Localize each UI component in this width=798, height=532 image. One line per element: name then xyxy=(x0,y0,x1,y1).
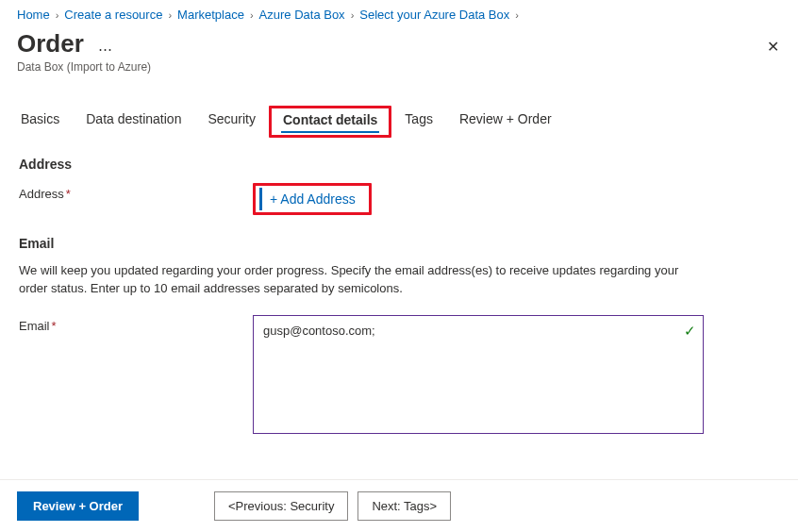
add-address-highlight: + Add Address xyxy=(253,183,372,215)
next-button[interactable]: Next: Tags> xyxy=(357,491,451,521)
breadcrumb-select-data-box[interactable]: Select your Azure Data Box xyxy=(359,8,509,22)
tab-data-destination[interactable]: Data destination xyxy=(73,106,194,138)
email-input[interactable] xyxy=(253,315,704,434)
required-asterisk: * xyxy=(52,319,57,333)
breadcrumb-home[interactable]: Home xyxy=(17,8,50,22)
tab-review-order[interactable]: Review + Order xyxy=(446,106,565,138)
address-field-row: Address* + Add Address xyxy=(19,183,779,215)
email-label-text: Email xyxy=(19,319,50,333)
add-address-button[interactable]: + Add Address xyxy=(259,188,365,210)
tab-tags[interactable]: Tags xyxy=(391,106,446,138)
address-label-text: Address xyxy=(19,187,64,201)
email-field-row: Email* ✓ xyxy=(19,315,779,437)
chevron-right-icon: › xyxy=(56,9,59,21)
page-subtitle: Data Box (Import to Azure) xyxy=(17,60,781,74)
email-description: We will keep you updated regarding your … xyxy=(19,262,698,298)
tab-basics[interactable]: Basics xyxy=(17,106,73,138)
tab-contact-details[interactable]: Contact details xyxy=(269,106,391,138)
email-input-wrap: ✓ xyxy=(253,315,704,437)
page-title: Order xyxy=(17,29,84,58)
checkmark-icon: ✓ xyxy=(684,323,696,340)
more-actions-icon[interactable]: ⋯ xyxy=(98,41,112,58)
required-asterisk: * xyxy=(66,187,71,201)
content-pane: Address Address* + Add Address Email We … xyxy=(0,138,798,437)
chevron-right-icon: › xyxy=(351,9,355,21)
email-section-title: Email xyxy=(19,236,779,251)
chevron-right-icon: › xyxy=(250,9,254,21)
breadcrumb-create-resource[interactable]: Create a resource xyxy=(64,8,162,22)
address-field-label: Address* xyxy=(19,183,253,201)
breadcrumb-azure-data-box[interactable]: Azure Data Box xyxy=(259,8,345,22)
footer-bar: Review + Order <Previous: Security Next:… xyxy=(0,479,798,532)
breadcrumb: Home › Create a resource › Marketplace ›… xyxy=(0,0,798,25)
close-icon[interactable]: ✕ xyxy=(767,38,779,56)
tab-security[interactable]: Security xyxy=(194,106,269,138)
chevron-right-icon: › xyxy=(515,9,519,21)
address-section-title: Address xyxy=(19,157,779,172)
breadcrumb-marketplace[interactable]: Marketplace xyxy=(177,8,244,22)
review-order-button[interactable]: Review + Order xyxy=(17,491,139,521)
tabs: Basics Data destination Security Contact… xyxy=(0,79,798,138)
page-header: Order ⋯ Data Box (Import to Azure) xyxy=(0,25,798,79)
previous-button[interactable]: <Previous: Security xyxy=(214,491,348,521)
email-field-label: Email* xyxy=(19,315,253,333)
chevron-right-icon: › xyxy=(168,9,172,21)
